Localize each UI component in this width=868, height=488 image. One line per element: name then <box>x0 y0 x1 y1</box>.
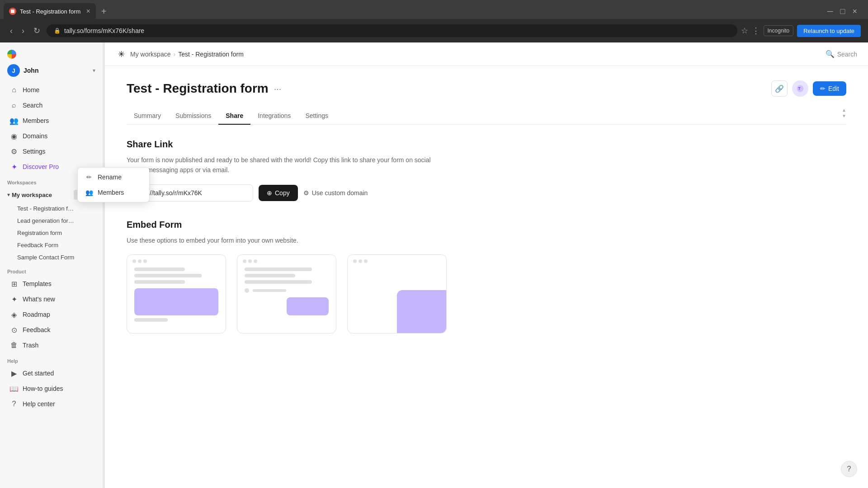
copy-button[interactable]: ⊕ Copy <box>259 185 298 201</box>
tab-integrations[interactable]: Integrations <box>250 108 298 125</box>
tally-logo-button[interactable]: T <box>792 80 808 97</box>
svg-text:T: T <box>798 87 800 91</box>
maximize-button[interactable]: □ <box>840 7 845 16</box>
edit-button[interactable]: ✏ Edit <box>813 81 846 96</box>
embed-line <box>253 289 286 292</box>
sidebar-item-search-label: Search <box>23 102 42 109</box>
sidebar: J John ▾ ⌂ Home ⌕ Search 👥 Members ◉ Dom… <box>0 42 103 488</box>
embed-block <box>134 288 218 315</box>
search-icon: 🔍 <box>826 50 835 58</box>
embed-dot <box>243 259 246 263</box>
top-bar-search-button[interactable]: 🔍 Search <box>826 50 857 58</box>
main-content: ✳ My workspace › Test - Registration for… <box>105 42 868 488</box>
page-content: Test - Registration form ··· 🔗 T ✏ Edit <box>105 66 868 488</box>
forward-button[interactable]: › <box>19 24 27 38</box>
get-started-icon: ▶ <box>10 369 18 377</box>
sidebar-item-members[interactable]: 👥 Members <box>3 113 100 128</box>
scroll-up-icon: ▲ <box>842 108 846 113</box>
feedback-icon: ⊙ <box>10 326 18 334</box>
context-menu-rename-label: Rename <box>98 174 122 181</box>
home-icon: ⌂ <box>10 86 18 94</box>
back-button[interactable]: ‹ <box>7 24 15 38</box>
user-menu-button[interactable]: J John ▾ <box>0 61 103 82</box>
avatar: J <box>7 64 20 77</box>
address-bar: ‹ › ↻ 🔒 tally.so/forms/mKx76K/share ☆ ⋮ … <box>0 19 868 42</box>
sidebar-form-item-3[interactable]: Feedback Form <box>3 239 100 251</box>
share-link-description: Your form is now published and ready to … <box>127 155 443 175</box>
bookmark-icon[interactable]: ☆ <box>741 26 748 36</box>
sidebar-item-whats-new[interactable]: ✦ What's new <box>3 292 100 306</box>
url-bar[interactable]: 🔒 tally.so/forms/mKx76K/share <box>47 24 737 37</box>
share-link-row: ⊕ Copy ⚙ Use custom domain <box>127 184 846 202</box>
sidebar-item-settings[interactable]: ⚙ Settings <box>3 144 100 159</box>
tab-summary[interactable]: Summary <box>127 108 168 125</box>
tab-share[interactable]: Share <box>218 108 250 125</box>
embed-line <box>245 280 312 284</box>
sidebar-form-item-0[interactable]: Test - Registration f… <box>3 203 100 214</box>
sidebar-item-feedback-label: Feedback <box>23 326 50 333</box>
sidebar-form-item-2[interactable]: Registration form <box>3 227 100 239</box>
sidebar-form-item-4[interactable]: Sample Contact Form <box>3 252 100 263</box>
reload-button[interactable]: ↻ <box>31 24 43 38</box>
sidebar-item-feedback[interactable]: ⊙ Feedback <box>3 323 100 337</box>
url-text: tally.so/forms/mKx76K/share <box>64 27 144 34</box>
incognito-badge: Incognito <box>764 25 794 36</box>
embed-dot <box>143 259 147 263</box>
browser-menu-icon[interactable]: ⋮ <box>752 26 760 36</box>
custom-domain-button[interactable]: ⚙ Use custom domain <box>303 189 368 197</box>
tab-title: Test - Registration form <box>20 8 80 15</box>
svg-rect-0 <box>11 9 14 13</box>
discover-pro-icon: ✦ <box>10 163 18 171</box>
tabs-scrollbar[interactable]: ▲ ▼ <box>842 108 846 118</box>
breadcrumb-current-page: Test - Registration form <box>178 51 244 58</box>
sidebar-item-get-started[interactable]: ▶ Get started <box>3 366 100 380</box>
edit-button-label: Edit <box>828 85 839 92</box>
help-section-label: Help <box>0 353 103 366</box>
embed-form-title: Embed Form <box>127 220 846 230</box>
sidebar-form-item-1[interactable]: Lead generation for… <box>3 215 100 226</box>
embed-card-3-dots <box>353 259 368 263</box>
page-title-more-button[interactable]: ··· <box>274 84 282 94</box>
templates-icon: ⊞ <box>10 280 18 288</box>
sidebar-item-roadmap[interactable]: ◈ Roadmap <box>3 307 100 322</box>
sidebar-item-domains[interactable]: ◉ Domains <box>3 129 100 143</box>
sidebar-item-help-center[interactable]: ? Help center <box>3 397 100 411</box>
help-button[interactable]: ? <box>841 461 857 477</box>
close-window-button[interactable]: × <box>852 7 857 16</box>
embed-card-standard[interactable] <box>127 254 226 333</box>
share-link-title: Share Link <box>127 139 846 150</box>
sidebar-item-how-to-guides[interactable]: 📖 How-to guides <box>3 381 100 396</box>
sidebar-item-discover-pro-label: Discover Pro <box>23 163 59 170</box>
search-label: Search <box>837 51 857 58</box>
settings-icon: ⚙ <box>10 147 18 155</box>
sidebar-item-settings-label: Settings <box>23 148 46 155</box>
sidebar-item-help-center-label: Help center <box>23 400 55 408</box>
minimize-button[interactable]: ─ <box>827 7 833 16</box>
tally-logo: ✳ <box>116 49 127 60</box>
share-link-icon-button[interactable]: 🔗 <box>771 80 788 97</box>
tab-settings[interactable]: Settings <box>298 108 335 125</box>
sidebar-item-members-label: Members <box>23 117 49 124</box>
workspace-name: My workspace <box>12 192 74 198</box>
context-menu-rename[interactable]: ✏ Rename <box>78 169 149 185</box>
tab-close-button[interactable]: × <box>86 7 90 15</box>
sidebar-item-home[interactable]: ⌂ Home <box>3 83 100 97</box>
new-tab-button[interactable]: + <box>98 5 110 19</box>
embed-line <box>134 267 185 271</box>
embed-card-2-dots <box>243 259 257 263</box>
sidebar-item-trash[interactable]: 🗑 Trash <box>3 338 100 352</box>
sidebar-item-trash-label: Trash <box>23 342 38 349</box>
sidebar-item-how-to-guides-label: How-to guides <box>23 385 63 392</box>
relaunch-button[interactable]: Relaunch to update <box>797 25 861 37</box>
embed-card-2-inner <box>237 255 336 333</box>
browser-tab-active[interactable]: Test - Registration form × <box>4 3 96 19</box>
context-menu: ✏ Rename 👥 Members <box>77 167 150 202</box>
domains-icon: ◉ <box>10 132 18 140</box>
embed-card-fullscreen[interactable] <box>347 254 447 333</box>
embed-card-popup[interactable] <box>237 254 336 333</box>
sidebar-item-search[interactable]: ⌕ Search <box>3 98 100 113</box>
breadcrumb-workspace[interactable]: My workspace <box>130 51 170 58</box>
context-menu-members[interactable]: 👥 Members <box>78 185 149 200</box>
sidebar-item-templates[interactable]: ⊞ Templates <box>3 277 100 291</box>
tab-submissions[interactable]: Submissions <box>168 108 218 125</box>
